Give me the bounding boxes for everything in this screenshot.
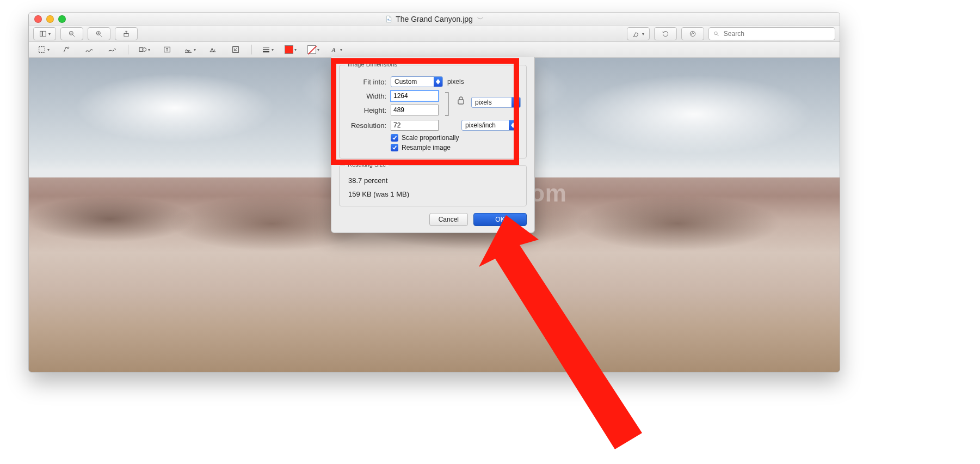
window-titlebar: The Grand Canyon.jpg ﹀ — [29, 13, 840, 26]
fill-color-swatch — [307, 45, 316, 54]
wh-unit-value: pixels — [475, 99, 492, 106]
select-stepper-icon — [434, 77, 442, 87]
cancel-button[interactable]: Cancel — [429, 213, 468, 226]
line-weight-button[interactable]: ▾ — [257, 44, 278, 56]
search-icon — [713, 30, 719, 37]
checkbox-checked-icon — [391, 134, 398, 142]
height-input[interactable] — [391, 105, 439, 115]
window-minimize-button[interactable] — [46, 15, 54, 23]
text-button[interactable] — [157, 44, 177, 56]
resample-image-checkbox[interactable]: Resample image — [391, 144, 521, 151]
svg-line-7 — [100, 35, 102, 37]
resolution-unit-select[interactable]: pixels/inch — [461, 120, 518, 131]
lock-icon — [457, 96, 465, 106]
svg-rect-1 — [40, 31, 42, 36]
image-dimensions-group: Image Dimensions Fit into: Custom pixels… — [339, 65, 527, 158]
width-label: Width: — [345, 92, 386, 100]
ok-button[interactable]: OK — [473, 213, 527, 226]
svg-point-15 — [67, 47, 69, 48]
select-stepper-icon — [509, 120, 517, 130]
scale-proportionally-checkbox[interactable]: Scale proportionally — [391, 134, 521, 142]
svg-text:A: A — [331, 47, 336, 53]
fit-into-value: Custom — [395, 78, 417, 86]
adjust-color-button[interactable] — [202, 44, 223, 56]
resolution-label: Resolution: — [345, 121, 386, 130]
share-button[interactable] — [115, 27, 138, 40]
selection-tool-button[interactable]: ▾ — [33, 44, 54, 56]
fill-color-button[interactable]: ▾ — [303, 44, 324, 56]
highlight-button[interactable]: ▾ — [627, 27, 650, 40]
markup-toolbar: ▾ ▾ ▾ — [29, 42, 840, 58]
sign-button[interactable]: ▾ — [180, 44, 200, 56]
svg-line-13 — [717, 34, 719, 36]
title-dropdown-icon[interactable]: ﹀ — [477, 15, 484, 24]
fit-into-select[interactable]: Custom — [391, 76, 443, 87]
window-title-text: The Grand Canyon.jpg — [396, 15, 473, 23]
fit-into-unit: pixels — [447, 78, 464, 86]
stroke-color-swatch — [285, 45, 293, 54]
zoom-out-button[interactable] — [60, 27, 83, 40]
adjust-size-button[interactable] — [225, 44, 246, 56]
result-filesize: 159 KB (was 1 MB) — [348, 190, 520, 198]
search-field[interactable] — [708, 27, 835, 40]
svg-rect-14 — [39, 47, 45, 53]
svg-line-24 — [308, 46, 317, 54]
zoom-in-button[interactable] — [88, 27, 110, 40]
toolbar-separator — [251, 45, 252, 54]
select-stepper-icon — [511, 97, 520, 107]
resulting-size-title: Resulting Size — [345, 161, 389, 168]
image-dimensions-title: Image Dimensions — [345, 61, 400, 68]
stroke-color-button[interactable]: ▾ — [280, 44, 301, 56]
result-percent: 38.7 percent — [348, 176, 520, 185]
height-label: Height: — [345, 106, 386, 114]
resolution-unit-value: pixels/inch — [465, 121, 496, 129]
svg-rect-2 — [42, 31, 46, 36]
main-toolbar: ▾ ▾ — [29, 26, 840, 42]
adjust-size-dialog: Image Dimensions Fit into: Custom pixels… — [331, 57, 535, 233]
view-mode-button[interactable]: ▾ — [33, 27, 56, 40]
document-icon — [385, 15, 392, 23]
instant-alpha-button[interactable] — [56, 44, 77, 56]
rotate-button[interactable] — [654, 27, 677, 40]
resolution-input[interactable] — [391, 120, 439, 131]
svg-rect-26 — [458, 100, 464, 104]
svg-line-4 — [73, 35, 75, 37]
resample-image-label: Resample image — [402, 144, 451, 151]
svg-point-0 — [387, 19, 389, 20]
svg-point-12 — [714, 32, 717, 34]
svg-point-11 — [690, 31, 695, 36]
width-input[interactable] — [391, 90, 439, 101]
resulting-size-group: Resulting Size 38.7 percent 159 KB (was … — [339, 165, 527, 206]
aspect-lock[interactable] — [444, 91, 452, 117]
toolbar-separator — [128, 45, 128, 54]
sketch-button[interactable] — [79, 44, 100, 56]
cancel-button-label: Cancel — [439, 216, 459, 223]
shapes-button[interactable]: ▾ — [134, 44, 155, 56]
draw-button[interactable] — [102, 44, 122, 56]
window-close-button[interactable] — [34, 15, 42, 23]
window-controls — [29, 15, 66, 23]
search-input[interactable] — [723, 29, 830, 38]
ok-button-label: OK — [495, 216, 504, 223]
wh-unit-select[interactable]: pixels — [471, 97, 521, 108]
checkbox-checked-icon — [391, 144, 398, 151]
text-style-button[interactable]: A▾ — [326, 44, 347, 56]
fit-into-label: Fit into: — [345, 78, 386, 86]
markup-toggle-button[interactable] — [681, 27, 704, 40]
window-title: The Grand Canyon.jpg ﹀ — [29, 15, 840, 24]
scale-proportionally-label: Scale proportionally — [402, 134, 459, 142]
window-zoom-button[interactable] — [58, 15, 66, 23]
